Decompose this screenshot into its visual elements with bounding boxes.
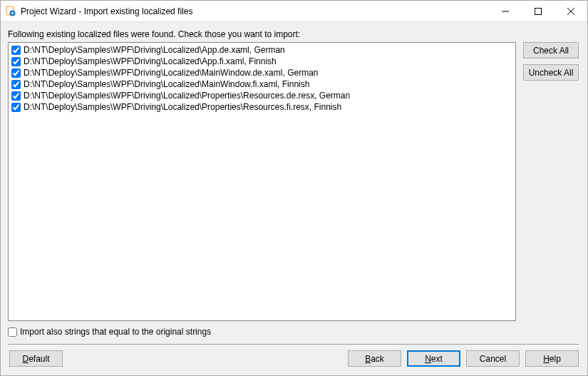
check-all-button[interactable]: Check All (523, 42, 579, 59)
titlebar: Project Wizard - Import existing localiz… (1, 1, 587, 22)
file-checkbox[interactable] (11, 68, 21, 78)
svg-rect-3 (535, 8, 542, 14)
close-button[interactable] (555, 1, 587, 21)
file-label: D:\NT\Deploy\Samples\WPF\Driving\Localiz… (24, 44, 285, 56)
import-also-checkbox[interactable] (8, 327, 17, 337)
default-button[interactable]: Default (9, 350, 63, 367)
file-checkbox[interactable] (11, 57, 21, 66)
file-label: D:\NT\Deploy\Samples\WPF\Driving\Localiz… (24, 56, 277, 67)
app-icon (5, 6, 16, 17)
file-item[interactable]: D:\NT\Deploy\Samples\WPF\Driving\Localiz… (11, 67, 512, 78)
file-item[interactable]: D:\NT\Deploy\Samples\WPF\Driving\Localiz… (11, 90, 512, 101)
default-rest: efault (29, 354, 49, 364)
side-buttons: Check All Uncheck All (523, 42, 579, 321)
file-item[interactable]: D:\NT\Deploy\Samples\WPF\Driving\Localiz… (11, 56, 512, 67)
file-label: D:\NT\Deploy\Samples\WPF\Driving\Localiz… (24, 67, 318, 78)
next-button[interactable]: Next (407, 350, 460, 367)
file-label: D:\NT\Deploy\Samples\WPF\Driving\Localiz… (24, 78, 309, 90)
main-row: D:\NT\Deploy\Samples\WPF\Driving\Localiz… (8, 42, 579, 321)
instruction-text: Following existing localized files were … (8, 29, 579, 39)
help-button[interactable]: Help (525, 350, 579, 367)
maximize-button[interactable] (522, 1, 555, 21)
file-item[interactable]: D:\NT\Deploy\Samples\WPF\Driving\Localiz… (11, 44, 512, 56)
file-label: D:\NT\Deploy\Samples\WPF\Driving\Localiz… (24, 90, 350, 101)
file-item[interactable]: D:\NT\Deploy\Samples\WPF\Driving\Localiz… (11, 101, 512, 113)
import-also-label: Import also strings that equal to the or… (20, 327, 211, 337)
file-label: D:\NT\Deploy\Samples\WPF\Driving\Localiz… (24, 101, 341, 113)
cancel-button[interactable]: Cancel (466, 350, 520, 367)
file-checkbox[interactable] (11, 80, 21, 89)
uncheck-all-button[interactable]: Uncheck All (523, 64, 579, 81)
file-list[interactable]: D:\NT\Deploy\Samples\WPF\Driving\Localiz… (8, 42, 516, 321)
import-also-row[interactable]: Import also strings that equal to the or… (8, 327, 579, 337)
separator (8, 344, 579, 345)
file-checkbox[interactable] (11, 46, 21, 55)
window-controls (489, 1, 587, 21)
file-checkbox[interactable] (11, 103, 21, 112)
minimize-button[interactable] (489, 1, 522, 21)
content-area: Following existing localized files were … (1, 22, 587, 350)
file-item[interactable]: D:\NT\Deploy\Samples\WPF\Driving\Localiz… (11, 78, 512, 90)
footer: Default Back Next Cancel Help (1, 350, 587, 375)
file-checkbox[interactable] (11, 91, 21, 101)
back-button[interactable]: Back (348, 350, 401, 367)
window-title: Project Wizard - Import existing localiz… (21, 6, 489, 16)
